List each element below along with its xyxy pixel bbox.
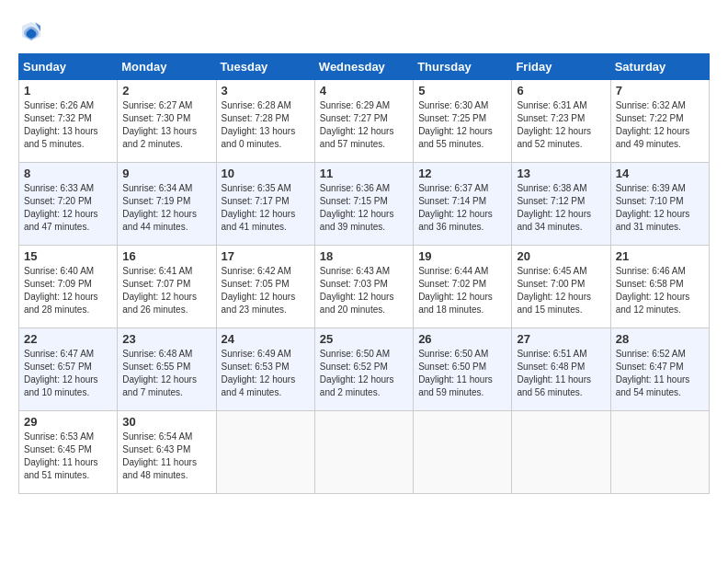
day-header-friday: Friday	[512, 54, 610, 80]
day-number: 16	[122, 249, 210, 263]
calendar-cell	[610, 411, 709, 494]
day-number: 6	[517, 84, 605, 98]
day-header-saturday: Saturday	[610, 54, 709, 80]
calendar-cell: 15 Sunrise: 6:40 AM Sunset: 7:09 PM Dayl…	[19, 246, 118, 328]
day-info: Sunrise: 6:45 AM Sunset: 7:00 PM Dayligh…	[517, 265, 605, 316]
day-info: Sunrise: 6:26 AM Sunset: 7:32 PM Dayligh…	[24, 99, 112, 151]
day-number: 19	[418, 249, 506, 263]
day-number: 18	[320, 249, 408, 263]
logo	[18, 18, 48, 44]
calendar-cell: 21 Sunrise: 6:46 AM Sunset: 6:58 PM Dayl…	[610, 246, 709, 328]
day-info: Sunrise: 6:37 AM Sunset: 7:14 PM Dayligh…	[418, 182, 506, 234]
day-number: 2	[122, 84, 210, 98]
day-info: Sunrise: 6:51 AM Sunset: 6:48 PM Dayligh…	[517, 348, 605, 399]
calendar-cell: 29 Sunrise: 6:53 AM Sunset: 6:45 PM Dayl…	[19, 411, 118, 494]
calendar-cell: 30 Sunrise: 6:54 AM Sunset: 6:43 PM Dayl…	[118, 411, 216, 494]
calendar-cell: 16 Sunrise: 6:41 AM Sunset: 7:07 PM Dayl…	[118, 246, 216, 328]
day-number: 15	[24, 249, 112, 263]
calendar-cell: 1 Sunrise: 6:26 AM Sunset: 7:32 PM Dayli…	[19, 80, 118, 163]
calendar-cell: 2 Sunrise: 6:27 AM Sunset: 7:30 PM Dayli…	[118, 80, 216, 163]
day-number: 7	[616, 84, 704, 98]
calendar-cell: 9 Sunrise: 6:34 AM Sunset: 7:19 PM Dayli…	[118, 163, 216, 246]
day-info: Sunrise: 6:48 AM Sunset: 6:55 PM Dayligh…	[122, 348, 210, 399]
day-info: Sunrise: 6:46 AM Sunset: 6:58 PM Dayligh…	[616, 265, 704, 316]
calendar-header-row: SundayMondayTuesdayWednesdayThursdayFrid…	[19, 54, 710, 80]
day-number: 25	[320, 332, 408, 346]
day-info: Sunrise: 6:50 AM Sunset: 6:52 PM Dayligh…	[320, 348, 408, 399]
calendar-table: SundayMondayTuesdayWednesdayThursdayFrid…	[18, 53, 710, 494]
calendar-cell	[414, 411, 512, 494]
calendar-cell: 25 Sunrise: 6:50 AM Sunset: 6:52 PM Dayl…	[314, 328, 413, 411]
day-number: 8	[24, 167, 112, 180]
day-info: Sunrise: 6:47 AM Sunset: 6:57 PM Dayligh…	[24, 348, 112, 399]
day-number: 28	[616, 332, 704, 346]
day-number: 24	[222, 332, 310, 346]
day-info: Sunrise: 6:31 AM Sunset: 7:23 PM Dayligh…	[517, 99, 605, 151]
day-number: 1	[24, 84, 112, 98]
calendar-cell: 17 Sunrise: 6:42 AM Sunset: 7:05 PM Dayl…	[216, 246, 314, 328]
calendar-week-row: 22 Sunrise: 6:47 AM Sunset: 6:57 PM Dayl…	[19, 328, 710, 411]
day-number: 4	[320, 84, 408, 98]
page-header	[18, 18, 710, 44]
day-header-sunday: Sunday	[19, 54, 118, 80]
day-number: 27	[517, 332, 605, 346]
day-number: 17	[222, 249, 310, 263]
day-number: 21	[616, 249, 704, 263]
calendar-cell: 22 Sunrise: 6:47 AM Sunset: 6:57 PM Dayl…	[19, 328, 118, 411]
calendar-cell: 4 Sunrise: 6:29 AM Sunset: 7:27 PM Dayli…	[314, 80, 413, 163]
day-info: Sunrise: 6:28 AM Sunset: 7:28 PM Dayligh…	[222, 99, 310, 151]
day-number: 20	[517, 249, 605, 263]
day-info: Sunrise: 6:29 AM Sunset: 7:27 PM Dayligh…	[320, 99, 408, 151]
calendar-cell	[216, 411, 314, 494]
day-info: Sunrise: 6:41 AM Sunset: 7:07 PM Dayligh…	[122, 265, 210, 316]
calendar-week-row: 15 Sunrise: 6:40 AM Sunset: 7:09 PM Dayl…	[19, 246, 710, 328]
day-info: Sunrise: 6:54 AM Sunset: 6:43 PM Dayligh…	[122, 431, 210, 482]
day-header-wednesday: Wednesday	[314, 54, 413, 80]
day-info: Sunrise: 6:44 AM Sunset: 7:02 PM Dayligh…	[418, 265, 506, 316]
calendar-cell: 11 Sunrise: 6:36 AM Sunset: 7:15 PM Dayl…	[314, 163, 413, 246]
day-info: Sunrise: 6:32 AM Sunset: 7:22 PM Dayligh…	[616, 99, 704, 151]
day-info: Sunrise: 6:39 AM Sunset: 7:10 PM Dayligh…	[616, 182, 704, 234]
day-number: 11	[320, 167, 408, 180]
calendar-cell: 28 Sunrise: 6:52 AM Sunset: 6:47 PM Dayl…	[610, 328, 709, 411]
calendar-cell: 24 Sunrise: 6:49 AM Sunset: 6:53 PM Dayl…	[216, 328, 314, 411]
day-info: Sunrise: 6:42 AM Sunset: 7:05 PM Dayligh…	[222, 265, 310, 316]
day-number: 9	[122, 167, 210, 180]
day-info: Sunrise: 6:35 AM Sunset: 7:17 PM Dayligh…	[222, 182, 310, 234]
day-info: Sunrise: 6:27 AM Sunset: 7:30 PM Dayligh…	[122, 99, 210, 151]
day-info: Sunrise: 6:40 AM Sunset: 7:09 PM Dayligh…	[24, 265, 112, 316]
day-info: Sunrise: 6:52 AM Sunset: 6:47 PM Dayligh…	[616, 348, 704, 399]
day-header-tuesday: Tuesday	[216, 54, 314, 80]
day-number: 3	[222, 84, 310, 98]
calendar-cell: 14 Sunrise: 6:39 AM Sunset: 7:10 PM Dayl…	[610, 163, 709, 246]
calendar-cell: 26 Sunrise: 6:50 AM Sunset: 6:50 PM Dayl…	[414, 328, 512, 411]
calendar-cell: 10 Sunrise: 6:35 AM Sunset: 7:17 PM Dayl…	[216, 163, 314, 246]
day-info: Sunrise: 6:38 AM Sunset: 7:12 PM Dayligh…	[517, 182, 605, 234]
day-info: Sunrise: 6:34 AM Sunset: 7:19 PM Dayligh…	[122, 182, 210, 234]
calendar-cell: 20 Sunrise: 6:45 AM Sunset: 7:00 PM Dayl…	[512, 246, 610, 328]
day-number: 29	[24, 415, 112, 429]
day-number: 10	[222, 167, 310, 180]
calendar-cell: 7 Sunrise: 6:32 AM Sunset: 7:22 PM Dayli…	[610, 80, 709, 163]
day-info: Sunrise: 6:33 AM Sunset: 7:20 PM Dayligh…	[24, 182, 112, 234]
day-info: Sunrise: 6:53 AM Sunset: 6:45 PM Dayligh…	[24, 431, 112, 482]
day-number: 26	[418, 332, 506, 346]
calendar-cell: 3 Sunrise: 6:28 AM Sunset: 7:28 PM Dayli…	[216, 80, 314, 163]
logo-icon	[18, 18, 44, 44]
calendar-cell: 23 Sunrise: 6:48 AM Sunset: 6:55 PM Dayl…	[118, 328, 216, 411]
day-info: Sunrise: 6:30 AM Sunset: 7:25 PM Dayligh…	[418, 99, 506, 151]
day-number: 13	[517, 167, 605, 180]
calendar-cell: 5 Sunrise: 6:30 AM Sunset: 7:25 PM Dayli…	[414, 80, 512, 163]
calendar-week-row: 29 Sunrise: 6:53 AM Sunset: 6:45 PM Dayl…	[19, 411, 710, 494]
calendar-week-row: 1 Sunrise: 6:26 AM Sunset: 7:32 PM Dayli…	[19, 80, 710, 163]
calendar-cell: 12 Sunrise: 6:37 AM Sunset: 7:14 PM Dayl…	[414, 163, 512, 246]
day-number: 30	[122, 415, 210, 429]
day-number: 22	[24, 332, 112, 346]
day-info: Sunrise: 6:43 AM Sunset: 7:03 PM Dayligh…	[320, 265, 408, 316]
day-info: Sunrise: 6:49 AM Sunset: 6:53 PM Dayligh…	[222, 348, 310, 399]
day-info: Sunrise: 6:50 AM Sunset: 6:50 PM Dayligh…	[418, 348, 506, 399]
calendar-cell: 19 Sunrise: 6:44 AM Sunset: 7:02 PM Dayl…	[414, 246, 512, 328]
day-number: 23	[122, 332, 210, 346]
calendar-cell: 6 Sunrise: 6:31 AM Sunset: 7:23 PM Dayli…	[512, 80, 610, 163]
calendar-cell	[314, 411, 413, 494]
